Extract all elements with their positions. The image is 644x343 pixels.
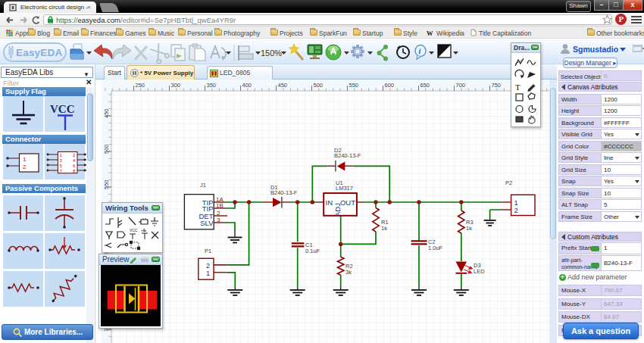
svg-text:1B: 1B [216, 202, 224, 209]
svg-text:B240-13-F: B240-13-F [334, 152, 361, 159]
svg-text:700: 700 [456, 82, 466, 89]
svg-text:600: 600 [385, 82, 395, 89]
svg-text:T: T [515, 83, 521, 92]
svg-text:550: 550 [103, 179, 110, 189]
svg-text:1.0uF: 1.0uF [428, 245, 443, 251]
svg-text:500: 500 [314, 82, 324, 89]
svg-text:650: 650 [420, 82, 430, 89]
svg-text:450: 450 [103, 108, 110, 118]
svg-text:LED: LED [474, 268, 485, 275]
svg-text:2: 2 [217, 210, 220, 217]
svg-text:1k: 1k [466, 225, 472, 232]
svg-text:VCC: VCC [130, 228, 138, 232]
svg-text:1: 1 [23, 156, 27, 163]
svg-text:350: 350 [207, 82, 217, 89]
svg-text:B240-13-F: B240-13-F [270, 189, 298, 196]
svg-text:400: 400 [242, 82, 252, 89]
svg-text:3k: 3k [345, 269, 352, 276]
svg-text:3: 3 [217, 217, 220, 223]
svg-text:500: 500 [103, 144, 110, 154]
svg-text:J1: J1 [200, 182, 206, 189]
svg-text:750: 750 [492, 82, 502, 89]
svg-text:0.1uF: 0.1uF [305, 248, 320, 254]
svg-text:250: 250 [136, 82, 145, 89]
svg-text:VCC: VCC [50, 103, 75, 115]
svg-text:OUT: OUT [340, 198, 355, 207]
svg-text:+5: +5 [141, 228, 145, 232]
svg-text:1: 1 [206, 270, 210, 277]
svg-text:P1: P1 [205, 248, 211, 254]
svg-text:2: 2 [514, 206, 518, 214]
svg-text:IN: IN [326, 198, 333, 207]
svg-text:P2: P2 [505, 179, 512, 186]
svg-text:LM317: LM317 [336, 185, 353, 192]
svg-text:ADJ: ADJ [333, 203, 342, 217]
svg-text:i: i [419, 47, 421, 55]
svg-text:300: 300 [171, 82, 181, 89]
svg-text:1k: 1k [381, 225, 387, 232]
svg-text:150%: 150% [261, 48, 282, 58]
svg-text:2: 2 [206, 262, 210, 270]
svg-text:550: 550 [349, 82, 359, 89]
svg-text:450: 450 [278, 82, 288, 89]
svg-text:2: 2 [23, 164, 27, 170]
svg-text:SLV: SLV [200, 219, 214, 227]
